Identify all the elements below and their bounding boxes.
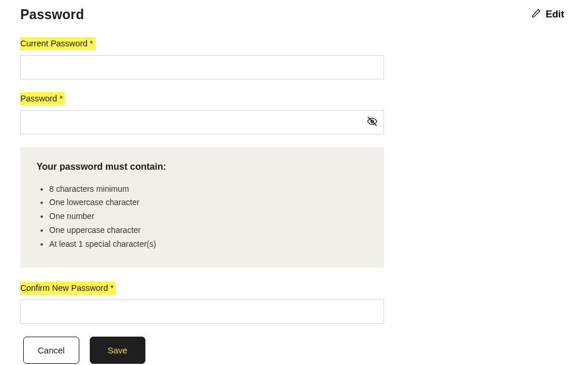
edit-label: Edit <box>546 9 564 20</box>
confirm-password-label: Confirm New Password * <box>20 282 116 295</box>
toggle-password-visibility-button[interactable] <box>366 116 378 129</box>
password-form: Current Password * Password * Your passw… <box>20 37 384 364</box>
requirements-title: Your password must contain: <box>36 162 368 172</box>
password-input[interactable] <box>20 110 384 134</box>
edit-button[interactable]: Edit <box>528 6 568 23</box>
pencil-icon <box>531 8 541 21</box>
form-actions: Cancel Save <box>20 337 384 364</box>
requirement-item: One number <box>49 210 368 224</box>
password-label: Password * <box>20 92 65 105</box>
cancel-button[interactable]: Cancel <box>23 337 79 364</box>
requirement-item: One uppercase character <box>49 224 368 238</box>
eye-off-icon <box>367 116 378 129</box>
current-password-input[interactable] <box>20 55 384 79</box>
save-button[interactable]: Save <box>90 337 145 364</box>
page-title: Password <box>20 7 84 23</box>
requirement-item: 8 characters minimum <box>49 183 368 196</box>
requirement-item: At least 1 special character(s) <box>49 238 368 251</box>
current-password-label: Current Password * <box>20 37 96 50</box>
requirements-list: 8 characters minimum One lowercase chara… <box>36 183 368 251</box>
password-requirements-panel: Your password must contain: 8 characters… <box>20 147 384 268</box>
confirm-password-input[interactable] <box>20 300 384 324</box>
requirement-item: One lowercase character <box>49 196 368 210</box>
